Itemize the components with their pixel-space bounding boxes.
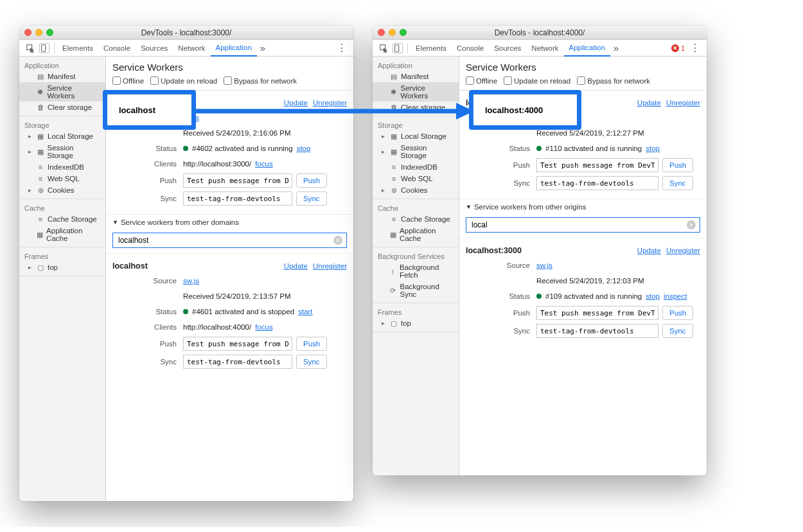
clear-filter-icon[interactable]: × <box>687 220 696 229</box>
svg-rect-1 <box>42 44 46 51</box>
sync-button[interactable]: Sync <box>296 191 327 206</box>
sync-input[interactable] <box>536 324 658 338</box>
push-button[interactable]: Push <box>662 158 693 172</box>
sidebar-item-web-sql[interactable]: ≡Web SQL <box>373 173 459 184</box>
sidebar-item-service-workers[interactable]: ✱Service Workers <box>373 82 459 102</box>
unregister-link[interactable]: Unregister <box>666 247 700 254</box>
push-input[interactable] <box>536 306 658 320</box>
tab-elements[interactable]: Elements <box>57 40 98 57</box>
tab-application[interactable]: Application <box>211 40 257 57</box>
tab-sources[interactable]: Sources <box>489 40 526 57</box>
source-link[interactable]: sw.js <box>183 114 199 121</box>
sidebar-item-local-storage[interactable]: ▸▦Local Storage <box>373 130 459 142</box>
unregister-link[interactable]: Unregister <box>666 99 700 107</box>
other-domains-header[interactable]: ▼Service workers from other domains <box>106 214 353 230</box>
update-link[interactable]: Update <box>637 247 661 254</box>
sidebar-item-clear-storage[interactable]: 🗑Clear storage <box>373 102 459 113</box>
filter-input[interactable] <box>470 220 687 230</box>
sidebar-item-background-sync[interactable]: ⟳Background Sync <box>373 281 459 300</box>
push-input[interactable] <box>183 173 292 188</box>
sidebar-item-indexeddb[interactable]: ≡IndexedDB <box>373 161 459 173</box>
sidebar-item-manifest[interactable]: ▤Manifest <box>373 71 459 82</box>
status-text: #109 activated and is running <box>545 292 642 300</box>
unregister-link[interactable]: Unregister <box>313 99 347 107</box>
sidebar-item-local-storage[interactable]: ▸▦Local Storage <box>19 130 105 142</box>
tab-elements[interactable]: Elements <box>410 40 452 57</box>
start-link[interactable]: start <box>298 308 312 315</box>
update-link[interactable]: Update <box>284 262 308 270</box>
sidebar-item-cookies[interactable]: ▸⊛Cookies <box>19 184 105 196</box>
sync-button[interactable]: Sync <box>296 355 327 369</box>
push-input[interactable] <box>183 337 292 351</box>
update-on-reload-checkbox[interactable]: Update on reload <box>150 76 217 85</box>
sync-input[interactable] <box>536 176 658 190</box>
other-origins-header[interactable]: ▼Service workers from other origins <box>459 199 707 215</box>
sync-input[interactable] <box>183 355 292 369</box>
push-button[interactable]: Push <box>296 173 327 188</box>
origin-name: localhost:4000 <box>466 98 522 107</box>
source-link[interactable]: sw.js <box>536 262 552 269</box>
origin-name: localhost <box>112 262 148 270</box>
device-icon[interactable] <box>393 43 403 53</box>
device-icon[interactable] <box>39 43 49 53</box>
error-count[interactable]: ✕1 <box>671 44 685 52</box>
inspect-icon[interactable] <box>25 43 35 53</box>
update-link[interactable]: Update <box>284 99 308 107</box>
stop-link[interactable]: stop <box>646 292 660 300</box>
push-input[interactable] <box>536 158 658 172</box>
sidebar-item-manifest[interactable]: ▤Manifest <box>19 71 105 82</box>
sidebar-item-top[interactable]: ▸▢top <box>373 317 459 329</box>
sidebar-item-web-sql[interactable]: ≡Web SQL <box>19 173 105 184</box>
tab-network[interactable]: Network <box>173 40 210 57</box>
stop-link[interactable]: stop <box>297 145 311 152</box>
tab-network[interactable]: Network <box>526 40 563 57</box>
sidebar-item-clear-storage[interactable]: 🗑Clear storage <box>19 102 105 113</box>
tab-application[interactable]: Application <box>564 40 610 57</box>
sidebar-item-session-storage[interactable]: ▸▦Session Storage <box>373 142 459 161</box>
sidebar-item-top[interactable]: ▸▢top <box>19 262 105 273</box>
source-link[interactable]: sw.js <box>183 277 199 285</box>
push-button[interactable]: Push <box>296 337 327 351</box>
sync-input[interactable] <box>183 191 292 206</box>
grid-icon: ▦ <box>389 231 396 238</box>
clear-filter-icon[interactable]: × <box>333 236 342 245</box>
sidebar-group-frames: Frames <box>373 306 459 317</box>
sw-section: localhost Update Unregister Sourcesw.js … <box>106 91 353 214</box>
sidebar-item-label: top <box>401 319 411 327</box>
tab-console[interactable]: Console <box>452 40 489 57</box>
offline-checkbox[interactable]: Offline <box>112 76 144 85</box>
more-tabs-icon[interactable]: » <box>610 42 622 53</box>
more-tabs-icon[interactable]: » <box>257 42 269 53</box>
inspect-link[interactable]: inspect <box>664 292 687 300</box>
menu-icon[interactable]: ⋮ <box>334 42 349 54</box>
sidebar-item-cache-storage[interactable]: ≡Cache Storage <box>19 213 105 225</box>
focus-link[interactable]: focus <box>255 323 273 331</box>
focus-link[interactable]: focus <box>255 160 273 168</box>
bypass-network-checkbox[interactable]: Bypass for network <box>577 76 650 85</box>
sidebar-item-cookies[interactable]: ▸⊛Cookies <box>373 184 459 196</box>
sidebar-item-label: Web SQL <box>401 175 433 182</box>
menu-icon[interactable]: ⋮ <box>687 42 703 54</box>
update-on-reload-checkbox[interactable]: Update on reload <box>504 76 570 85</box>
sidebar-item-application-cache[interactable]: ▦Application Cache <box>19 225 105 244</box>
update-link[interactable]: Update <box>637 99 661 107</box>
sidebar-item-cache-storage[interactable]: ≡Cache Storage <box>373 213 459 225</box>
push-button[interactable]: Push <box>662 306 693 320</box>
sidebar-item-background-fetch[interactable]: ↕Background Fetch <box>373 262 459 281</box>
sync-button[interactable]: Sync <box>662 176 693 190</box>
sidebar-item-application-cache[interactable]: ▦Application Cache <box>373 225 459 244</box>
tab-sources[interactable]: Sources <box>136 40 173 57</box>
sidebar-item-indexeddb[interactable]: ≡IndexedDB <box>19 161 105 173</box>
inspect-icon[interactable] <box>378 43 389 53</box>
offline-checkbox[interactable]: Offline <box>466 76 497 85</box>
source-link[interactable]: sw.js <box>536 114 552 121</box>
bypass-network-checkbox[interactable]: Bypass for network <box>224 76 297 85</box>
sidebar-item-service-workers[interactable]: ✱Service Workers <box>19 82 105 102</box>
sync-button[interactable]: Sync <box>662 324 693 338</box>
sidebar-item-session-storage[interactable]: ▸▦Session Storage <box>19 142 105 161</box>
stop-link[interactable]: stop <box>646 145 660 152</box>
filter-input[interactable] <box>117 235 333 245</box>
unregister-link[interactable]: Unregister <box>313 262 347 270</box>
db-icon: ≡ <box>37 215 44 223</box>
tab-console[interactable]: Console <box>98 40 136 57</box>
